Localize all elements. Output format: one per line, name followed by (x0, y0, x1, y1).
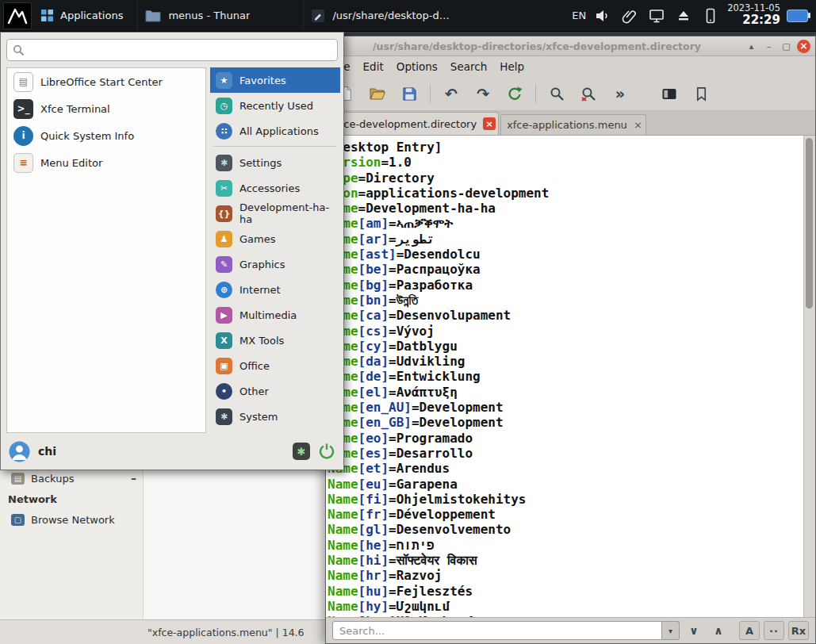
ini-locale: [be] (358, 262, 389, 277)
category-office[interactable]: ▣Office (210, 353, 340, 378)
launcher-menu-editor[interactable]: ≡Menu Editor (7, 149, 205, 176)
search-next-button[interactable]: ∨ (684, 621, 704, 640)
reload-icon[interactable] (501, 82, 528, 105)
more-icon[interactable]: » (607, 82, 634, 105)
menu-edit[interactable]: Edit (363, 60, 384, 73)
tab-label: xfce-applications.menu (507, 119, 627, 131)
minimize-button[interactable]: – (762, 40, 776, 53)
menu-search-input[interactable] (29, 44, 331, 57)
code-line: Name[hr]=Razvoj (328, 568, 801, 583)
drive-icon: ▤ (11, 473, 25, 485)
menu-help[interactable]: Help (500, 60, 524, 73)
ini-value: =Desenvolvemento (389, 522, 511, 537)
side-pane-icon[interactable] (656, 82, 683, 105)
code-line: Name[hy_AM]=Մշակում (328, 614, 801, 617)
category-other[interactable]: •Other (210, 378, 340, 404)
code-line: Name[he]=פיתוח (328, 538, 801, 553)
category-system[interactable]: ✱System (210, 404, 340, 429)
thunar-main-area[interactable] (144, 444, 325, 620)
launcher-libreoffice-start-center[interactable]: ▤LibreOffice Start Center (7, 68, 205, 95)
category-multimedia[interactable]: ▶Multimedia (210, 302, 340, 328)
tab-close-icon[interactable]: × (634, 119, 642, 131)
ini-locale: [hu] (358, 584, 389, 599)
development-icon: {} (216, 205, 232, 222)
search-history-dropdown-icon[interactable]: ▾ (662, 621, 680, 640)
applications-menu-button[interactable]: Applications (36, 0, 132, 31)
code-line: Name[bg]=Разработка (328, 278, 801, 293)
search-input[interactable] (332, 621, 662, 640)
taskbar-button-usr-share-desktop-d[interactable]: /usr/share/desktop-d… (303, 0, 469, 31)
code-line: Name[ast]=Desendolcu (328, 247, 801, 262)
clock[interactable]: 2023-11-05 22:29 (727, 3, 780, 27)
find-icon[interactable] (543, 82, 570, 105)
find-replace-icon[interactable] (575, 82, 602, 105)
category-all-applications[interactable]: ∷All Applications (210, 118, 340, 144)
launcher-xfce-terminal[interactable]: >_Xfce Terminal (7, 95, 205, 122)
mx-tools-icon: X (216, 332, 232, 349)
tab-xfce-development-directory[interactable]: xfce-development.directory× (328, 112, 499, 135)
category-development-ha-ha[interactable]: {}Development-ha-ha (210, 201, 340, 226)
ini-value: =উন্নতি (389, 293, 418, 308)
category-favorites[interactable]: ★Favorites (210, 67, 340, 93)
launcher-quick-system-info[interactable]: iQuick System Info (7, 122, 205, 149)
logout-icon[interactable] (318, 443, 335, 460)
shade-button[interactable]: ▴ (745, 40, 758, 53)
category-settings[interactable]: ✱Settings (210, 150, 340, 175)
bookmark-icon[interactable] (688, 82, 714, 105)
titlebar[interactable]: /usr/share/desktop-directories/xfce-deve… (326, 36, 815, 56)
thunar-window: ▤Backups–Network▢Browse Network "xfce-ap… (0, 444, 325, 644)
tab-close-icon[interactable]: × (483, 117, 496, 130)
ini-locale: [el] (358, 385, 389, 400)
text-editor-area[interactable]: [Desktop Entry]Version=1.0Type=Directory… (326, 136, 815, 617)
category-accessories[interactable]: ✂Accessories (210, 175, 340, 201)
category-label: All Applications (239, 125, 319, 137)
regex-button[interactable]: Rx (788, 621, 809, 640)
user-avatar[interactable] (9, 441, 30, 462)
search-previous-button[interactable]: ∧ (708, 621, 729, 640)
category-graphics[interactable]: ✎Graphics (210, 251, 340, 277)
volume-icon[interactable] (594, 7, 611, 25)
ini-value: =Vývoj (389, 324, 435, 339)
sidebar-item-browse-network[interactable]: ▢Browse Network (0, 509, 143, 530)
applications-label: Applications (60, 10, 123, 21)
battery-indicator[interactable] (787, 10, 808, 22)
maximize-button[interactable]: ▢ (780, 40, 793, 53)
unmount-icon[interactable]: – (131, 472, 136, 485)
save-icon[interactable] (396, 82, 423, 105)
code-line: Name[eu]=Garapena (328, 477, 801, 492)
vertical-scrollbar[interactable] (803, 136, 815, 617)
undo-icon[interactable]: ↶ (438, 82, 465, 105)
category-recently-used[interactable]: ◷Recently Used (210, 93, 340, 118)
category-games[interactable]: ♟Games (210, 226, 340, 251)
taskbar-button-menus-thunar[interactable]: menus - Thunar (137, 0, 303, 31)
menu-options[interactable]: Options (397, 60, 438, 73)
display-icon[interactable] (648, 7, 665, 25)
sidebar-item-label: Backups (31, 473, 74, 485)
keyboard-layout-indicator[interactable]: EN (572, 10, 586, 21)
ini-key: Name (328, 568, 358, 583)
sidebar-item-backups[interactable]: ▤Backups– (0, 468, 143, 489)
clipboard-icon[interactable] (621, 7, 638, 25)
redo-icon[interactable]: ↷ (469, 82, 496, 105)
category-label: Other (239, 385, 269, 397)
close-button[interactable]: × (797, 40, 810, 53)
match-case-button[interactable]: A (739, 621, 760, 640)
tab-xfce-applications-menu[interactable]: xfce-applications.menu× (500, 114, 646, 135)
menu-search-field[interactable] (6, 39, 338, 61)
category-mx-tools[interactable]: XMX Tools (210, 328, 340, 353)
search-icon (13, 44, 25, 56)
settings-manager-icon[interactable]: ✱ (293, 443, 310, 460)
ini-key: Name (328, 477, 358, 492)
category-internet[interactable]: ⊕Internet (210, 277, 340, 302)
device-icon[interactable] (702, 7, 719, 25)
launcher-label: Menu Editor (40, 157, 102, 169)
thunar-icon (145, 9, 161, 22)
open-icon[interactable] (364, 82, 391, 105)
whole-word-button[interactable]: ·· (764, 621, 784, 640)
eject-icon[interactable] (675, 7, 692, 25)
menu-search[interactable]: Search (450, 60, 487, 73)
mx-menu-button[interactable] (3, 2, 32, 29)
scrollbar-thumb[interactable] (806, 138, 813, 309)
code-line: Icon=applications-development (328, 186, 801, 201)
ini-key: Name (328, 584, 358, 599)
